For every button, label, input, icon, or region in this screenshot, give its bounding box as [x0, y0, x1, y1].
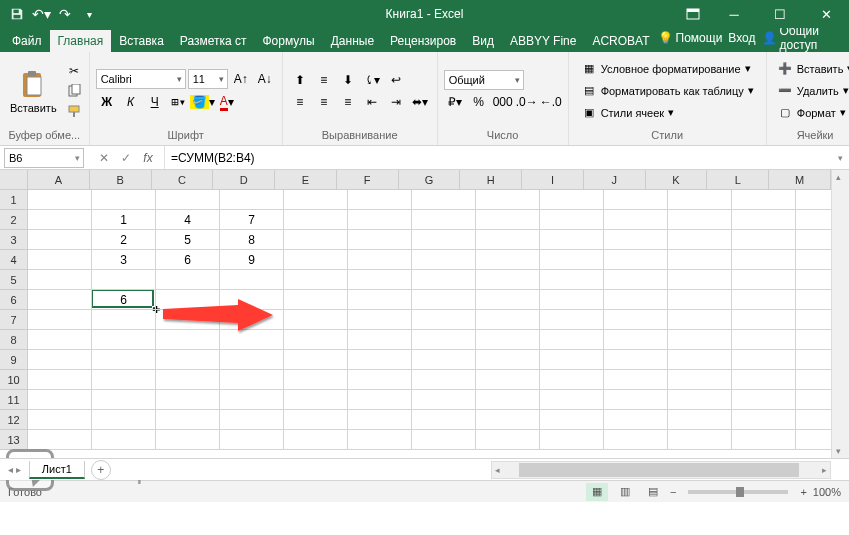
cell[interactable] — [668, 250, 732, 270]
col-header[interactable]: F — [337, 170, 399, 190]
sheet-tab[interactable]: Лист1 — [29, 461, 85, 479]
percent-icon[interactable]: % — [468, 92, 490, 112]
cell[interactable] — [732, 190, 796, 210]
col-header[interactable]: G — [399, 170, 461, 190]
cell[interactable]: 4 — [156, 210, 220, 230]
name-box[interactable]: B6 — [4, 148, 84, 168]
cell[interactable] — [540, 350, 604, 370]
cell[interactable] — [28, 430, 92, 450]
cell[interactable] — [476, 310, 540, 330]
cell[interactable] — [92, 310, 156, 330]
cell[interactable] — [284, 350, 348, 370]
cell[interactable] — [348, 290, 412, 310]
cell[interactable] — [476, 210, 540, 230]
cell[interactable] — [476, 390, 540, 410]
cell[interactable] — [220, 270, 284, 290]
cell[interactable] — [348, 230, 412, 250]
add-sheet-button[interactable]: + — [91, 460, 111, 480]
cell[interactable] — [220, 290, 284, 310]
cell[interactable]: 9 — [220, 250, 284, 270]
cell[interactable] — [732, 230, 796, 250]
cell[interactable] — [156, 370, 220, 390]
decrease-font-icon[interactable]: A↓ — [254, 69, 276, 89]
cell[interactable] — [348, 370, 412, 390]
col-header[interactable]: D — [213, 170, 275, 190]
cell[interactable] — [668, 270, 732, 290]
zoom-slider[interactable] — [688, 490, 788, 494]
cell[interactable] — [284, 310, 348, 330]
number-format-combo[interactable]: Общий — [444, 70, 524, 90]
cell[interactable] — [348, 350, 412, 370]
tab-layout[interactable]: Разметка ст — [172, 30, 255, 52]
col-header[interactable]: C — [152, 170, 214, 190]
cell[interactable] — [604, 250, 668, 270]
format-as-table-button[interactable]: ▤Форматировать как таблицу ▾ — [577, 81, 758, 101]
copy-icon[interactable] — [65, 83, 83, 99]
vertical-scrollbar[interactable] — [831, 170, 849, 458]
cell[interactable] — [540, 430, 604, 450]
cell[interactable] — [476, 250, 540, 270]
cell[interactable] — [284, 290, 348, 310]
cell[interactable] — [220, 310, 284, 330]
save-icon[interactable] — [6, 3, 28, 25]
cell[interactable] — [604, 290, 668, 310]
cells-area[interactable]: ✚ 1472583696 — [28, 190, 831, 458]
tab-acrobat[interactable]: ACROBAT — [584, 30, 657, 52]
cell[interactable]: 2 — [92, 230, 156, 250]
cell[interactable] — [28, 210, 92, 230]
zoom-in-button[interactable]: + — [800, 486, 806, 498]
cell[interactable]: 1 — [92, 210, 156, 230]
ribbon-options-icon[interactable] — [675, 0, 711, 28]
cell[interactable] — [284, 410, 348, 430]
formula-input[interactable]: =СУММ(B2:B4) — [164, 146, 831, 169]
cell[interactable] — [28, 190, 92, 210]
cell[interactable] — [412, 430, 476, 450]
cell[interactable] — [284, 250, 348, 270]
align-middle-icon[interactable]: ≡ — [313, 70, 335, 90]
cell-styles-button[interactable]: ▣Стили ячеек ▾ — [577, 103, 758, 123]
cell[interactable] — [348, 210, 412, 230]
cell[interactable] — [348, 410, 412, 430]
cell[interactable] — [92, 410, 156, 430]
cell[interactable] — [92, 370, 156, 390]
cell[interactable] — [156, 390, 220, 410]
cell[interactable] — [604, 370, 668, 390]
cell[interactable] — [284, 430, 348, 450]
cell[interactable] — [668, 330, 732, 350]
align-top-icon[interactable]: ⬆ — [289, 70, 311, 90]
cell[interactable] — [604, 310, 668, 330]
redo-icon[interactable]: ↷ — [54, 3, 76, 25]
cell[interactable] — [732, 310, 796, 330]
borders-icon[interactable]: ⊞▾ — [168, 92, 190, 112]
expand-formula-bar-icon[interactable]: ▾ — [831, 153, 849, 163]
row-header[interactable]: 11 — [0, 390, 28, 410]
col-header[interactable]: I — [522, 170, 584, 190]
format-painter-icon[interactable] — [65, 103, 83, 119]
cell[interactable]: 5 — [156, 230, 220, 250]
tell-me[interactable]: 💡 Помощи — [658, 31, 723, 45]
cell[interactable] — [476, 370, 540, 390]
cell[interactable] — [28, 330, 92, 350]
col-header[interactable]: E — [275, 170, 337, 190]
cell[interactable] — [604, 210, 668, 230]
cell[interactable] — [92, 270, 156, 290]
cell[interactable]: 6 — [92, 290, 156, 310]
cell[interactable] — [348, 190, 412, 210]
cell[interactable] — [156, 190, 220, 210]
row-header[interactable]: 12 — [0, 410, 28, 430]
tab-review[interactable]: Рецензиров — [382, 30, 464, 52]
col-header[interactable]: A — [28, 170, 90, 190]
cell[interactable] — [412, 230, 476, 250]
cell[interactable] — [156, 410, 220, 430]
cell[interactable] — [412, 410, 476, 430]
conditional-formatting-button[interactable]: ▦Условное форматирование ▾ — [577, 59, 758, 79]
cell[interactable] — [156, 310, 220, 330]
cell[interactable] — [28, 310, 92, 330]
col-header[interactable]: B — [90, 170, 152, 190]
decrease-decimal-icon[interactable]: ←.0 — [540, 92, 562, 112]
cell[interactable] — [540, 410, 604, 430]
col-header[interactable]: L — [707, 170, 769, 190]
cell[interactable] — [156, 350, 220, 370]
minimize-button[interactable]: ─ — [711, 0, 757, 28]
cell[interactable] — [732, 370, 796, 390]
